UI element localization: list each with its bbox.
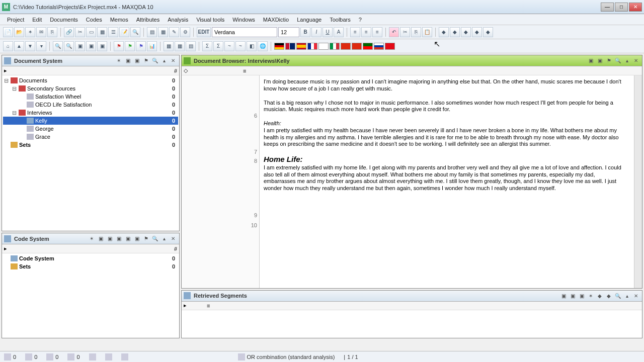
expand-icon[interactable]: ⊟ [11, 110, 17, 116]
tb2-sigma-icon[interactable]: Σ [202, 41, 212, 51]
nav4-icon[interactable]: ◆ [472, 27, 482, 37]
rs-collapse-icon[interactable]: ▴ [623, 292, 631, 300]
flag-it-icon[interactable] [330, 43, 340, 50]
tree-secondary-sources[interactable]: ⊟ Secondary Sources 0 [3, 84, 178, 93]
tb2-up-icon[interactable]: ▲ [14, 41, 24, 51]
nav3-icon[interactable]: ◆ [461, 27, 471, 37]
toolbar-table-icon[interactable]: ▦ [97, 27, 107, 37]
toolbar-window-icon[interactable]: ▭ [86, 27, 96, 37]
flag-cn2-icon[interactable] [352, 43, 362, 50]
toolbar-new-icon[interactable]: 📄 [3, 27, 13, 37]
toolbar-edit-mode-icon[interactable]: EDIT [197, 27, 211, 37]
size-dropdown[interactable]: 12 [278, 27, 299, 37]
paragraph-heading[interactable]: Health: [264, 120, 628, 127]
tb2-pin-green-icon[interactable]: ⚑ [125, 41, 135, 51]
tree-oecd[interactable]: OECD Life Satisfaction 0 [3, 101, 178, 109]
flag-cn-icon[interactable] [341, 43, 351, 50]
tree-interviews[interactable]: ⊟ Interviews 0 [3, 109, 178, 117]
cut-button[interactable]: ✂ [400, 27, 410, 37]
paragraph-heading[interactable]: Home Life: [264, 155, 628, 164]
paste-button[interactable]: 📋 [422, 27, 432, 37]
cs-btn5-icon[interactable]: ▣ [124, 235, 132, 243]
nav5-icon[interactable]: ◆ [483, 27, 493, 37]
ds-collapse-icon[interactable]: ▴ [160, 57, 168, 65]
tb2-zoomout-icon[interactable]: 🔍 [64, 41, 74, 51]
toolbar-copy-icon[interactable]: ⎘ [47, 27, 57, 37]
ds-btn3-icon[interactable]: ▣ [133, 57, 141, 65]
undo-button[interactable]: ↶ [389, 27, 399, 37]
ds-btn1-icon[interactable]: ✶ [115, 57, 123, 65]
cs-close-icon[interactable]: ✕ [169, 235, 177, 243]
tree-sets[interactable]: Sets 0 [3, 141, 178, 149]
menu-help[interactable]: ? [355, 16, 366, 24]
rs-search-icon[interactable]: 🔍 [614, 292, 622, 300]
menu-documents[interactable]: Documents [46, 16, 82, 24]
underline-button[interactable]: U [323, 27, 333, 37]
font-color-button[interactable]: A [334, 27, 344, 37]
align-right-button[interactable]: ≡ [372, 27, 382, 37]
db-btn3-icon[interactable]: ⚑ [605, 57, 613, 65]
cs-btn2-icon[interactable]: ▣ [97, 235, 105, 243]
db-btn2-icon[interactable]: ▣ [596, 57, 604, 65]
flag-fr-icon[interactable] [307, 43, 317, 50]
tb2-chart-icon[interactable]: 📊 [147, 41, 157, 51]
toolbar-gear-icon[interactable]: ⚙ [180, 27, 190, 37]
paragraph[interactable]: I am pretty satisfied with my health bec… [264, 127, 628, 148]
rs-btn5-icon[interactable]: ◆ [596, 292, 604, 300]
flag-uk-icon[interactable] [285, 43, 295, 50]
cs-btn4-icon[interactable]: ▣ [115, 235, 123, 243]
maximize-button[interactable]: □ [615, 3, 628, 12]
tb2-matrix2-icon[interactable]: ▦ [175, 41, 185, 51]
rs-btn1-icon[interactable]: ▣ [559, 292, 568, 300]
toolbar-grid2-icon[interactable]: ▦ [158, 27, 168, 37]
paragraph[interactable]: That is a big reason why I chose not to … [264, 100, 628, 114]
tree-satisfaction-wheel[interactable]: Satisfaction Wheel 0 [3, 93, 178, 101]
menu-memos[interactable]: Memos [106, 16, 132, 24]
toolbar-search-icon[interactable]: 🔍 [130, 27, 140, 37]
tree-code-system[interactable]: Code System 0 [3, 254, 178, 262]
flag-tr-icon[interactable] [385, 43, 395, 50]
cs-collapse-icon[interactable]: ▴ [160, 235, 168, 243]
tb2-btn1-icon[interactable]: ▣ [75, 41, 85, 51]
rs-btn3-icon[interactable]: ▣ [578, 292, 586, 300]
minimize-button[interactable]: — [601, 3, 614, 12]
toolbar-chain-icon[interactable]: 🔗 [64, 27, 74, 37]
tb2-zoomin-icon[interactable]: 🔍 [53, 41, 63, 51]
align-center-button[interactable]: ≡ [361, 27, 371, 37]
tree-documents[interactable]: ⊟ Documents 0 [3, 76, 178, 84]
align-left-button[interactable]: ≡ [350, 27, 360, 37]
vertical-scrollbar[interactable] [634, 75, 642, 288]
tree-grace[interactable]: Grace 0 [3, 133, 178, 141]
toolbar-activate-icon[interactable]: ✶ [25, 27, 35, 37]
tb2-home-icon[interactable]: ⌂ [3, 41, 13, 51]
cs-btn7-icon[interactable]: ⚑ [142, 235, 150, 243]
menu-project[interactable]: Project [3, 16, 28, 24]
toolbar-link-icon[interactable]: ✉ [36, 27, 46, 37]
rs-btn4-icon[interactable]: ✶ [587, 292, 595, 300]
rs-btn6-icon[interactable]: ◆ [605, 292, 613, 300]
tb2-matrix1-icon[interactable]: ▦ [164, 41, 174, 51]
paragraph[interactable]: I'm doing because music is my passion an… [264, 78, 628, 93]
flag-ru-icon[interactable] [374, 43, 384, 50]
tree-code-sets[interactable]: Sets 0 [3, 262, 178, 270]
toolbar-edit-icon[interactable]: ✎ [169, 27, 179, 37]
toolbar-open-icon[interactable]: 📂 [14, 27, 24, 37]
cs-btn1-icon[interactable]: ✶ [88, 235, 96, 243]
toolbar-grid1-icon[interactable]: ▤ [147, 27, 157, 37]
toolbar-memo-icon[interactable]: 📝 [119, 27, 129, 37]
tb2-func2-icon[interactable]: ~ [235, 41, 246, 51]
cs-btn3-icon[interactable]: ▣ [106, 235, 114, 243]
flag-pt-icon[interactable] [363, 43, 373, 50]
db-btn1-icon[interactable]: ▣ [587, 57, 595, 65]
toolbar-props-icon[interactable]: ☰ [108, 27, 118, 37]
copy-button[interactable]: ⎘ [411, 27, 421, 37]
flag-es-icon[interactable] [296, 43, 306, 50]
document-text[interactable]: I'm doing because music is my passion an… [260, 75, 634, 288]
menu-analysis[interactable]: Analysis [164, 16, 192, 24]
cs-search-icon[interactable]: 🔍 [151, 235, 159, 243]
flag-de-icon[interactable] [274, 43, 284, 50]
ds-close-icon[interactable]: ✕ [169, 57, 177, 65]
nav1-icon[interactable]: ◆ [439, 27, 449, 37]
tb2-btn2-icon[interactable]: ▣ [86, 41, 96, 51]
italic-button[interactable]: I [311, 27, 321, 37]
